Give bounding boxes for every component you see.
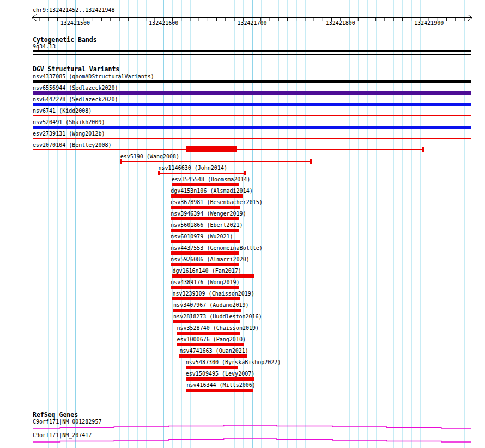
gridline-minor — [402, 0, 403, 448]
ruler-tick-label: 132421500 — [60, 20, 90, 26]
variant-start-tick — [120, 159, 122, 164]
gridline-minor — [137, 0, 138, 448]
variant-bar[interactable] — [177, 343, 244, 346]
variant-line[interactable] — [33, 115, 471, 116]
variant-bar[interactable] — [173, 309, 241, 312]
variant-bar[interactable] — [172, 274, 254, 278]
genome-browser-view: chr9:132421452..132421948 13242150013242… — [0, 0, 485, 448]
variant-label[interactable]: nsv3239309 (Chaisson2019) — [172, 291, 254, 297]
variant-bar[interactable] — [33, 103, 471, 106]
gene-model-line[interactable] — [0, 425, 485, 431]
variant-label[interactable]: esv2739131 (Wong2012b) — [33, 131, 105, 137]
gridline-minor — [305, 0, 306, 448]
variant-bar[interactable] — [172, 297, 239, 300]
cytoband-label: 9q34.13 — [33, 44, 56, 50]
section-header-refseq: RefSeq Genes — [33, 412, 78, 418]
gridline-major — [252, 0, 253, 448]
variant-label[interactable]: nsv6442278 (Sedlazeck2020) — [33, 96, 118, 102]
variant-label[interactable]: nsv520491 (Shaikh2009) — [33, 119, 105, 125]
gridline-minor — [270, 0, 270, 448]
gridline-minor — [323, 0, 323, 448]
variant-label[interactable]: nsv6010979 (Wu2021) — [171, 234, 233, 240]
gridline-minor — [332, 0, 332, 448]
variant-label[interactable]: esv3545548 (Boomsma2014) — [172, 176, 251, 182]
variant-bar[interactable] — [171, 229, 239, 232]
variant-label[interactable]: nsv5601866 (Ebert2021) — [171, 222, 242, 228]
gene-label[interactable]: C9orf171|NM_207417 — [33, 432, 92, 438]
variant-label[interactable]: nsv3946394 (Wenger2019) — [171, 211, 246, 217]
variant-end-tick — [422, 147, 424, 152]
gene-model-line[interactable] — [0, 438, 485, 445]
variant-label[interactable]: nsv416344 (Mills2006) — [186, 382, 255, 388]
variant-bar[interactable] — [33, 91, 471, 95]
gridline-minor — [287, 0, 288, 448]
gridline-minor — [456, 0, 456, 448]
gridline-minor — [296, 0, 297, 448]
variant-bar[interactable] — [171, 217, 239, 220]
variant-label[interactable]: nsv4741663 (Quan2021) — [179, 348, 248, 354]
variant-label[interactable]: nsv3407967 (Audano2019) — [173, 302, 248, 308]
variant-bar[interactable] — [186, 389, 253, 392]
gridline-minor — [411, 0, 412, 448]
section-header-cytobands: Cytogenetic Bands — [33, 36, 97, 43]
variant-label[interactable]: esv1509495 (Levy2007) — [186, 371, 254, 377]
cytoband-baseline — [33, 54, 471, 55]
variant-bar[interactable] — [186, 377, 254, 381]
variant-label[interactable]: nsv4337085 (gnomADStructuralVariants) — [33, 73, 154, 79]
variant-label[interactable]: nsv1146630 (John2014) — [159, 165, 227, 171]
ruler-tick-label: 132421700 — [237, 20, 266, 26]
gene-line-path — [33, 439, 471, 442]
ruler-tick-label: 132421800 — [326, 20, 355, 26]
ruler-tick-label: 132421900 — [414, 20, 444, 26]
variant-bar[interactable] — [173, 320, 240, 323]
gridline-minor — [393, 0, 394, 448]
gridline-major — [341, 0, 341, 448]
variant-line[interactable] — [159, 173, 245, 174]
variant-label[interactable]: nsv6556944 (Sedlazeck2020) — [33, 85, 118, 91]
gridline-minor — [278, 0, 279, 448]
gridline-minor — [349, 0, 350, 448]
variant-label[interactable]: esv1000676 (Pang2010) — [177, 336, 246, 342]
gene-label[interactable]: C9orf171|NM_001282957 — [33, 419, 101, 425]
variant-label[interactable]: nsv6741 (Kidd2008) — [33, 108, 92, 114]
variant-label[interactable]: nsv2818273 (Huddleston2016) — [173, 314, 262, 320]
gridline-minor — [464, 0, 465, 448]
variant-bar[interactable] — [179, 354, 246, 358]
variant-start-tick — [158, 171, 160, 175]
variant-thick-segment[interactable] — [186, 146, 237, 152]
variant-label[interactable]: nsv5926086 (Almarri2020) — [171, 256, 250, 262]
variant-label[interactable]: nsv5487300 (ByrskaBishop2022) — [186, 359, 281, 365]
variant-label[interactable]: dgv4153n106 (Alsmadi2014) — [171, 188, 253, 194]
gridline-minor — [447, 0, 447, 448]
variant-line[interactable] — [120, 161, 312, 162]
region-title: chr9:132421452..132421948 — [33, 7, 115, 13]
gridline-minor — [385, 0, 385, 448]
variant-bar[interactable] — [172, 183, 239, 186]
variant-bar[interactable] — [171, 240, 240, 243]
gene-line-path — [33, 425, 471, 428]
gridline-minor — [128, 0, 129, 448]
gridline-minor — [314, 0, 314, 448]
cytoband-bar[interactable] — [33, 50, 471, 52]
variant-bar[interactable] — [171, 263, 239, 266]
variant-bar[interactable] — [171, 206, 240, 209]
variant-label[interactable]: esv3678981 (Besenbacher2015) — [171, 199, 263, 205]
variant-label[interactable]: esv5190 (Wang2008) — [120, 154, 179, 159]
variant-bar[interactable] — [33, 80, 471, 83]
gridline-minor — [146, 0, 147, 448]
variant-bar[interactable] — [186, 366, 238, 369]
variant-end-tick — [310, 159, 312, 164]
variant-line[interactable] — [33, 138, 471, 139]
variant-label[interactable]: nsv4389176 (Wong2019) — [171, 279, 239, 285]
variant-label[interactable]: nsv3528740 (Chaisson2019) — [177, 325, 259, 331]
gridline-minor — [420, 0, 421, 448]
variant-bar[interactable] — [33, 126, 471, 129]
variant-label[interactable]: esv2070104 (Bentley2008) — [33, 142, 112, 148]
variant-bar[interactable] — [171, 251, 239, 255]
variant-label[interactable]: nsv4437553 (GenomeinaBottle) — [171, 245, 263, 251]
variant-label[interactable]: dgv1616n140 (Fan2017) — [172, 268, 241, 274]
section-header-dgv: DGV Structural Variants — [33, 66, 119, 72]
variant-bar[interactable] — [177, 332, 240, 335]
variant-bar[interactable] — [171, 286, 239, 289]
variant-bar[interactable] — [171, 194, 242, 198]
